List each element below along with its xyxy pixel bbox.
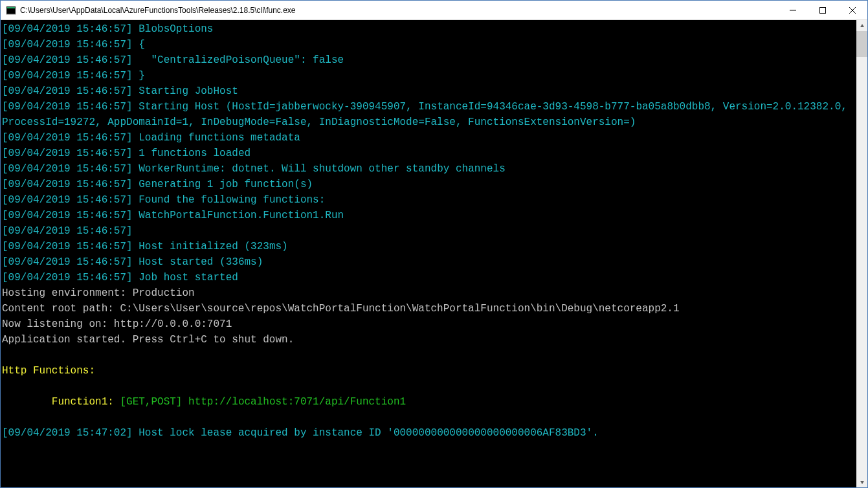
titlebar[interactable]: C:\Users\User\AppData\Local\AzureFunctio… — [1, 1, 867, 20]
log-line: Host lock lease acquired by instance ID … — [139, 427, 599, 439]
maximize-button[interactable] — [808, 1, 838, 19]
console-output[interactable]: [09/04/2019 15:46:57] BlobsOptions [09/0… — [1, 20, 856, 487]
app-icon — [6, 5, 16, 16]
timestamp: [09/04/2019 15:46:57] — [2, 272, 133, 283]
timestamp: [09/04/2019 15:46:57] — [2, 70, 133, 82]
console-area: [09/04/2019 15:46:57] BlobsOptions [09/0… — [1, 20, 867, 487]
timestamp: [09/04/2019 15:46:57] — [2, 225, 133, 237]
scrollbar-track[interactable] — [856, 31, 867, 476]
http-methods: [GET,POST] — [120, 396, 188, 408]
log-line: Hosting environment: Production — [2, 287, 195, 299]
log-line: Application started. Press Ctrl+C to shu… — [2, 334, 294, 346]
timestamp: [09/04/2019 15:46:57] — [2, 148, 133, 159]
timestamp: [09/04/2019 15:46:57] — [2, 54, 133, 66]
timestamp: [09/04/2019 15:47:02] — [2, 427, 133, 439]
console-window: C:\Users\User\AppData\Local\AzureFunctio… — [0, 0, 868, 488]
log-line: 1 functions loaded — [139, 148, 250, 159]
window-controls — [778, 1, 867, 19]
svg-marker-7 — [860, 481, 864, 484]
function-url: http://localhost:7071/api/Function1 — [188, 396, 406, 408]
log-line: Job host started — [139, 272, 238, 283]
log-line: Starting JobHost — [139, 85, 238, 97]
timestamp: [09/04/2019 15:46:57] — [2, 194, 133, 206]
timestamp: [09/04/2019 15:46:57] — [2, 39, 133, 50]
close-button[interactable] — [838, 1, 867, 19]
log-line: Generating 1 job function(s) — [139, 179, 313, 190]
vertical-scrollbar[interactable] — [856, 20, 867, 487]
log-line: { — [139, 39, 145, 50]
timestamp: [09/04/2019 15:46:57] — [2, 210, 133, 221]
log-line: Now listening on: http://0.0.0.0:7071 — [2, 318, 232, 330]
log-line: Content root path: C:\Users\User\source\… — [2, 303, 680, 315]
scroll-up-button[interactable] — [856, 20, 867, 31]
log-line: Found the following functions: — [139, 194, 325, 206]
scrollbar-thumb[interactable] — [856, 31, 867, 57]
timestamp: [09/04/2019 15:46:57] — [2, 85, 133, 97]
log-line: } — [139, 70, 145, 82]
timestamp: [09/04/2019 15:46:57] — [2, 101, 133, 113]
http-functions-header: Http Functions: — [2, 365, 95, 377]
minimize-button[interactable] — [778, 1, 808, 19]
scroll-down-button[interactable] — [856, 476, 867, 487]
timestamp: [09/04/2019 15:46:57] — [2, 179, 133, 190]
log-line: WatchPortalFunction.Function1.Run — [139, 210, 344, 221]
log-line: Loading functions metadata — [139, 132, 300, 144]
timestamp: [09/04/2019 15:46:57] — [2, 132, 133, 144]
window-title: C:\Users\User\AppData\Local\AzureFunctio… — [20, 6, 778, 15]
log-line: Host started (336ms) — [139, 256, 263, 268]
log-line: BlobsOptions — [139, 23, 213, 35]
log-line: Host initialized (323ms) — [139, 241, 287, 252]
timestamp: [09/04/2019 15:46:57] — [2, 256, 133, 268]
svg-rect-3 — [820, 7, 826, 13]
svg-marker-6 — [860, 24, 864, 27]
function-label: Function1: — [2, 396, 120, 408]
timestamp: [09/04/2019 15:46:57] — [2, 241, 133, 252]
log-line: "CentralizedPoisonQueue": false — [139, 54, 344, 66]
timestamp: [09/04/2019 15:46:57] — [2, 23, 133, 35]
timestamp: [09/04/2019 15:46:57] — [2, 163, 133, 175]
log-line: WorkerRuntime: dotnet. Will shutdown oth… — [139, 163, 506, 175]
svg-rect-1 — [7, 7, 15, 8]
